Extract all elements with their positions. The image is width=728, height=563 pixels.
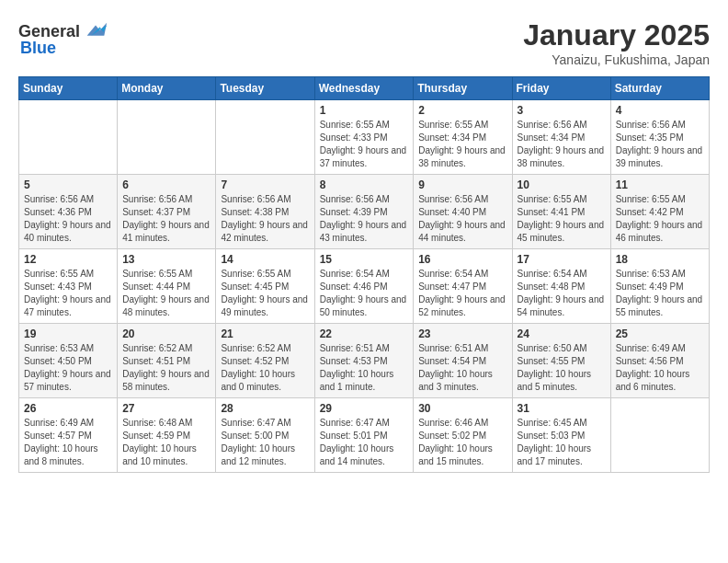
calendar-cell: 7Sunrise: 6:56 AM Sunset: 4:38 PM Daylig… bbox=[216, 175, 314, 249]
day-number: 1 bbox=[320, 104, 409, 117]
calendar-cell: 2Sunrise: 6:55 AM Sunset: 4:34 PM Daylig… bbox=[414, 100, 512, 175]
day-number: 26 bbox=[24, 402, 112, 415]
day-number: 28 bbox=[221, 402, 309, 415]
logo-bird-icon bbox=[83, 18, 108, 44]
calendar-cell: 13Sunrise: 6:55 AM Sunset: 4:44 PM Dayli… bbox=[118, 249, 216, 324]
day-number: 13 bbox=[122, 253, 210, 266]
weekday-header-friday: Friday bbox=[512, 77, 610, 100]
day-number: 4 bbox=[616, 104, 704, 117]
calendar-cell: 30Sunrise: 6:46 AM Sunset: 5:02 PM Dayli… bbox=[414, 398, 512, 473]
day-number: 18 bbox=[616, 253, 704, 266]
calendar-cell: 9Sunrise: 6:56 AM Sunset: 4:40 PM Daylig… bbox=[414, 175, 512, 249]
day-info: Sunrise: 6:51 AM Sunset: 4:54 PM Dayligh… bbox=[418, 342, 506, 394]
day-info: Sunrise: 6:48 AM Sunset: 4:59 PM Dayligh… bbox=[122, 417, 210, 468]
day-number: 3 bbox=[518, 104, 606, 117]
calendar-cell: 17Sunrise: 6:54 AM Sunset: 4:48 PM Dayli… bbox=[512, 249, 610, 324]
day-info: Sunrise: 6:55 AM Sunset: 4:33 PM Dayligh… bbox=[320, 119, 409, 170]
day-number: 7 bbox=[221, 178, 309, 191]
day-number: 16 bbox=[418, 253, 506, 266]
calendar-cell: 3Sunrise: 6:56 AM Sunset: 4:34 PM Daylig… bbox=[512, 100, 610, 175]
day-info: Sunrise: 6:51 AM Sunset: 4:53 PM Dayligh… bbox=[320, 342, 409, 394]
day-info: Sunrise: 6:56 AM Sunset: 4:38 PM Dayligh… bbox=[221, 193, 309, 245]
calendar-cell: 4Sunrise: 6:56 AM Sunset: 4:35 PM Daylig… bbox=[610, 100, 709, 175]
calendar-subtitle: Yanaizu, Fukushima, Japan bbox=[523, 52, 710, 67]
calendar-cell: 5Sunrise: 6:56 AM Sunset: 4:36 PM Daylig… bbox=[19, 175, 118, 249]
calendar-cell: 10Sunrise: 6:55 AM Sunset: 4:41 PM Dayli… bbox=[512, 175, 610, 249]
day-number: 30 bbox=[418, 402, 506, 415]
week-row-1: 1Sunrise: 6:55 AM Sunset: 4:33 PM Daylig… bbox=[19, 100, 710, 175]
day-info: Sunrise: 6:46 AM Sunset: 5:02 PM Dayligh… bbox=[418, 417, 506, 468]
day-info: Sunrise: 6:56 AM Sunset: 4:35 PM Dayligh… bbox=[616, 119, 704, 170]
calendar-cell: 25Sunrise: 6:49 AM Sunset: 4:56 PM Dayli… bbox=[610, 324, 709, 398]
day-info: Sunrise: 6:55 AM Sunset: 4:34 PM Dayligh… bbox=[418, 119, 506, 170]
day-number: 14 bbox=[221, 253, 309, 266]
weekday-header-wednesday: Wednesday bbox=[314, 77, 414, 100]
calendar-cell: 8Sunrise: 6:56 AM Sunset: 4:39 PM Daylig… bbox=[314, 175, 414, 249]
calendar-cell: 20Sunrise: 6:52 AM Sunset: 4:51 PM Dayli… bbox=[118, 324, 216, 398]
calendar-cell bbox=[216, 100, 314, 175]
calendar-cell: 18Sunrise: 6:53 AM Sunset: 4:49 PM Dayli… bbox=[610, 249, 709, 324]
calendar-cell: 29Sunrise: 6:47 AM Sunset: 5:01 PM Dayli… bbox=[314, 398, 414, 473]
week-row-3: 12Sunrise: 6:55 AM Sunset: 4:43 PM Dayli… bbox=[19, 249, 710, 324]
day-number: 19 bbox=[24, 327, 112, 340]
calendar-table: SundayMondayTuesdayWednesdayThursdayFrid… bbox=[18, 76, 710, 473]
calendar-cell bbox=[118, 100, 216, 175]
calendar-cell: 31Sunrise: 6:45 AM Sunset: 5:03 PM Dayli… bbox=[512, 398, 610, 473]
calendar-cell bbox=[610, 398, 709, 473]
week-row-5: 26Sunrise: 6:49 AM Sunset: 4:57 PM Dayli… bbox=[19, 398, 710, 473]
logo-blue-text: Blue bbox=[20, 39, 56, 58]
day-info: Sunrise: 6:56 AM Sunset: 4:40 PM Dayligh… bbox=[418, 193, 506, 245]
calendar-cell: 14Sunrise: 6:55 AM Sunset: 4:45 PM Dayli… bbox=[216, 249, 314, 324]
day-number: 10 bbox=[518, 178, 606, 191]
weekday-header-sunday: Sunday bbox=[19, 77, 118, 100]
day-number: 27 bbox=[122, 402, 210, 415]
day-info: Sunrise: 6:54 AM Sunset: 4:46 PM Dayligh… bbox=[320, 268, 409, 319]
day-info: Sunrise: 6:49 AM Sunset: 4:57 PM Dayligh… bbox=[24, 417, 112, 468]
day-number: 25 bbox=[616, 327, 704, 340]
calendar-cell: 22Sunrise: 6:51 AM Sunset: 4:53 PM Dayli… bbox=[314, 324, 414, 398]
day-info: Sunrise: 6:56 AM Sunset: 4:37 PM Dayligh… bbox=[122, 193, 210, 245]
day-info: Sunrise: 6:53 AM Sunset: 4:50 PM Dayligh… bbox=[24, 342, 112, 394]
day-info: Sunrise: 6:56 AM Sunset: 4:34 PM Dayligh… bbox=[518, 119, 606, 170]
calendar-cell: 15Sunrise: 6:54 AM Sunset: 4:46 PM Dayli… bbox=[314, 249, 414, 324]
page-header: General Blue January 2025 Yanaizu, Fukus… bbox=[18, 18, 710, 67]
calendar-cell: 12Sunrise: 6:55 AM Sunset: 4:43 PM Dayli… bbox=[19, 249, 118, 324]
calendar-cell: 1Sunrise: 6:55 AM Sunset: 4:33 PM Daylig… bbox=[314, 100, 414, 175]
day-info: Sunrise: 6:55 AM Sunset: 4:42 PM Dayligh… bbox=[616, 193, 704, 245]
day-number: 5 bbox=[24, 178, 112, 191]
calendar-cell bbox=[19, 100, 118, 175]
weekday-header-thursday: Thursday bbox=[414, 77, 512, 100]
day-number: 21 bbox=[221, 327, 309, 340]
day-number: 2 bbox=[418, 104, 506, 117]
day-info: Sunrise: 6:55 AM Sunset: 4:43 PM Dayligh… bbox=[24, 268, 112, 319]
day-number: 6 bbox=[122, 178, 210, 191]
day-info: Sunrise: 6:53 AM Sunset: 4:49 PM Dayligh… bbox=[616, 268, 704, 319]
day-number: 15 bbox=[320, 253, 409, 266]
day-number: 12 bbox=[24, 253, 112, 266]
title-section: January 2025 Yanaizu, Fukushima, Japan bbox=[523, 18, 710, 67]
day-info: Sunrise: 6:47 AM Sunset: 5:00 PM Dayligh… bbox=[221, 417, 309, 468]
day-number: 22 bbox=[320, 327, 409, 340]
day-info: Sunrise: 6:52 AM Sunset: 4:52 PM Dayligh… bbox=[221, 342, 309, 394]
day-number: 23 bbox=[418, 327, 506, 340]
day-info: Sunrise: 6:47 AM Sunset: 5:01 PM Dayligh… bbox=[320, 417, 409, 468]
day-number: 17 bbox=[518, 253, 606, 266]
day-info: Sunrise: 6:54 AM Sunset: 4:48 PM Dayligh… bbox=[518, 268, 606, 319]
day-info: Sunrise: 6:56 AM Sunset: 4:39 PM Dayligh… bbox=[320, 193, 409, 245]
calendar-cell: 19Sunrise: 6:53 AM Sunset: 4:50 PM Dayli… bbox=[19, 324, 118, 398]
day-number: 11 bbox=[616, 178, 704, 191]
calendar-cell: 21Sunrise: 6:52 AM Sunset: 4:52 PM Dayli… bbox=[216, 324, 314, 398]
week-row-4: 19Sunrise: 6:53 AM Sunset: 4:50 PM Dayli… bbox=[19, 324, 710, 398]
day-number: 8 bbox=[320, 178, 409, 191]
calendar-cell: 28Sunrise: 6:47 AM Sunset: 5:00 PM Dayli… bbox=[216, 398, 314, 473]
day-number: 9 bbox=[418, 178, 506, 191]
day-number: 20 bbox=[122, 327, 210, 340]
calendar-cell: 16Sunrise: 6:54 AM Sunset: 4:47 PM Dayli… bbox=[414, 249, 512, 324]
day-info: Sunrise: 6:54 AM Sunset: 4:47 PM Dayligh… bbox=[418, 268, 506, 319]
day-info: Sunrise: 6:55 AM Sunset: 4:41 PM Dayligh… bbox=[518, 193, 606, 245]
calendar-cell: 24Sunrise: 6:50 AM Sunset: 4:55 PM Dayli… bbox=[512, 324, 610, 398]
day-info: Sunrise: 6:52 AM Sunset: 4:51 PM Dayligh… bbox=[122, 342, 210, 394]
weekday-header-tuesday: Tuesday bbox=[216, 77, 314, 100]
day-info: Sunrise: 6:50 AM Sunset: 4:55 PM Dayligh… bbox=[518, 342, 606, 394]
logo: General Blue bbox=[18, 18, 108, 58]
